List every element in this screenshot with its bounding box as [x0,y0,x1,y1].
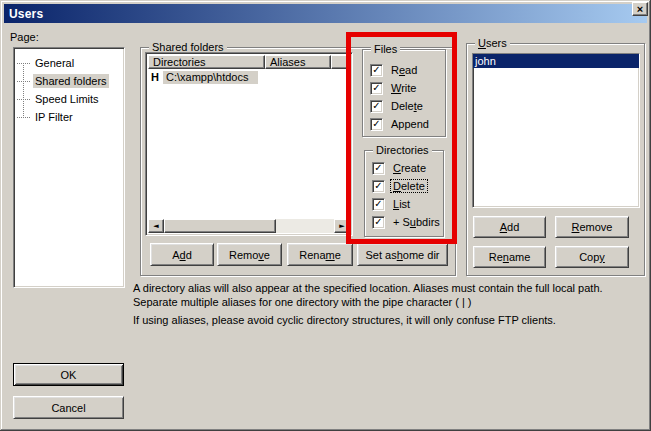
scroll-right-icon[interactable]: ► [334,219,350,233]
user-rename-button[interactable]: Rename [473,246,546,268]
users-legend: Users [475,37,510,50]
folder-add-button[interactable]: Add [150,243,214,266]
files-group: Files ✓ Read ✓ Write ✓ Delete ✓ Append [362,49,446,137]
cyclic-note: If using aliases, please avoid cyclic di… [133,313,643,327]
home-flag: H [148,71,163,83]
sidebar-item-general[interactable]: General [14,54,124,72]
directory-cell: C:\xampp\htdocs [163,71,258,84]
write-checkbox[interactable]: ✓ [370,82,383,95]
read-checkbox[interactable]: ✓ [370,64,383,77]
scroll-left-icon[interactable]: ◄ [148,219,164,233]
list-label: List [391,198,412,210]
table-header: Directories Aliases [148,55,350,69]
append-checkbox[interactable]: ✓ [370,118,383,131]
tree-item-label: Speed Limits [33,92,101,106]
create-label: Create [391,162,428,174]
sidebar-item-shared-folders[interactable]: Shared folders [14,72,124,90]
page-tree[interactable]: General Shared folders Speed Limits IP F… [13,47,125,288]
user-list-item[interactable]: john [473,54,639,68]
directories-group: Directories ✓ Create ✓ Delete ✓ List ✓ +… [364,150,444,237]
subdirs-label: + Subdirs [391,216,442,228]
users-dialog: Users × Page: General Shared folders Spe… [0,0,651,431]
users-list[interactable]: john [472,53,640,208]
set-as-home-dir-button[interactable]: Set as home dir [357,243,448,266]
append-checkbox-row: ✓ Append [363,115,445,133]
table-row[interactable]: H C:\xampp\htdocs [148,70,350,84]
title-bar[interactable]: Users [4,4,647,23]
dir-delete-checkbox-row: ✓ Delete [365,177,443,195]
sidebar-item-speed-limits[interactable]: Speed Limits [14,90,124,108]
write-checkbox-row: ✓ Write [363,79,445,97]
read-label: Read [389,64,419,76]
user-copy-button[interactable]: Copy [555,246,629,268]
dir-delete-checkbox[interactable]: ✓ [372,180,385,193]
file-delete-label: Delete [389,100,425,112]
user-remove-button[interactable]: Remove [555,216,629,238]
file-delete-checkbox-row: ✓ Delete [363,97,445,115]
read-checkbox-row: ✓ Read [363,61,445,79]
scrollbar-thumb[interactable] [164,219,276,233]
sidebar-item-ip-filter[interactable]: IP Filter [14,108,124,126]
append-label: Append [389,118,431,130]
cancel-button[interactable]: Cancel [13,396,124,419]
write-label: Write [389,82,418,94]
horizontal-scrollbar[interactable]: ◄ ► [148,219,350,233]
user-add-button[interactable]: Add [473,216,546,238]
tree-item-label: Shared folders [33,74,109,88]
folder-remove-button[interactable]: Remove [217,243,282,266]
subdirs-checkbox-row: ✓ + Subdirs [365,213,443,231]
shared-folders-table[interactable]: Directories Aliases H C:\xampp\htdocs ◄ … [145,52,353,236]
create-checkbox[interactable]: ✓ [372,162,385,175]
close-icon[interactable]: × [632,2,648,16]
subdirs-checkbox[interactable]: ✓ [372,216,385,229]
list-checkbox[interactable]: ✓ [372,198,385,211]
ok-button[interactable]: OK [13,363,124,386]
column-header-aliases[interactable]: Aliases [265,55,331,69]
alias-note: A directory alias will also appear at th… [133,281,643,309]
folder-rename-button[interactable]: Rename [287,243,353,266]
file-delete-checkbox[interactable]: ✓ [370,100,383,113]
page-label: Page: [10,31,39,43]
list-checkbox-row: ✓ List [365,195,443,213]
scrollbar-track[interactable] [276,219,334,233]
dir-delete-label: Delete [391,180,427,192]
column-header-filler [331,55,350,69]
tree-item-label: General [33,56,76,70]
create-checkbox-row: ✓ Create [365,159,443,177]
tree-item-label: IP Filter [33,110,75,124]
column-header-directories[interactable]: Directories [148,55,265,69]
directories-legend: Directories [373,144,432,157]
window-title: Users [4,7,43,21]
files-legend: Files [371,43,400,56]
